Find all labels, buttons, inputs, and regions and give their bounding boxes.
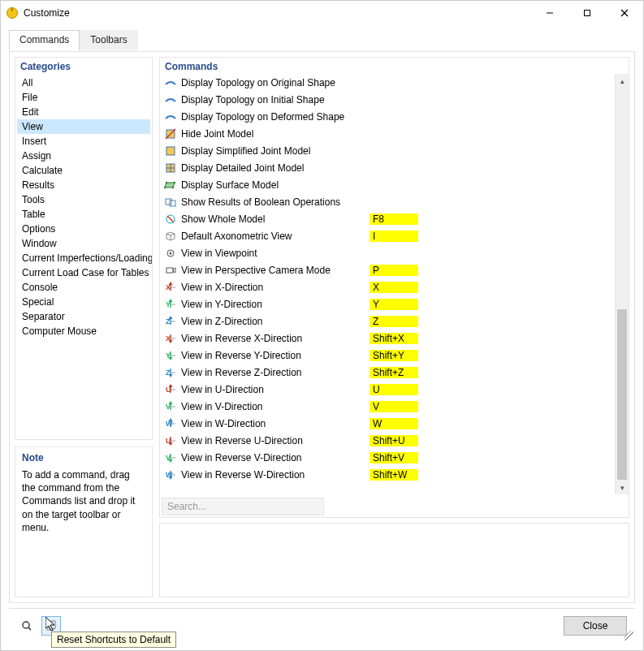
command-row[interactable]: ZView in Z-DirectionZ	[160, 313, 615, 330]
command-label: View in Z-Direction	[181, 316, 370, 327]
command-shortcut: Shift+Z	[370, 367, 418, 378]
command-row[interactable]: Display Topology on Deformed Shape	[160, 108, 615, 125]
surface-icon	[163, 179, 178, 192]
app-icon	[6, 6, 19, 19]
tab-toolbars[interactable]: Toolbars	[80, 30, 137, 50]
command-label: View in X-Direction	[181, 282, 370, 293]
category-item[interactable]: Edit	[17, 105, 150, 119]
joint-detail-icon	[163, 162, 178, 175]
category-item[interactable]: Current Load Case for Tables	[17, 265, 150, 280]
search-row	[160, 494, 629, 517]
command-label: View in Y-Direction	[181, 299, 370, 310]
shape-icon	[163, 93, 178, 106]
command-row[interactable]: YView in Reverse Y-DirectionShift+Y	[160, 347, 615, 364]
command-row[interactable]: VView in Reverse V-DirectionShift+V	[160, 449, 615, 466]
w-dir-icon: W	[163, 417, 178, 430]
command-shortcut: Z	[370, 316, 418, 327]
category-item[interactable]: Assign	[17, 149, 150, 163]
note-title: Note	[22, 452, 145, 463]
w-rev-icon: W	[163, 468, 178, 481]
category-item[interactable]: Separator	[17, 309, 150, 324]
svg-line-72	[28, 627, 31, 630]
command-row[interactable]: View in Viewpoint	[160, 244, 615, 261]
category-item[interactable]: Insert	[17, 134, 150, 149]
command-row[interactable]: Default Axonometric ViewI	[160, 227, 615, 244]
command-label: View in V-Direction	[181, 401, 370, 412]
command-row[interactable]: XView in Reverse X-DirectionShift+X	[160, 330, 615, 347]
command-row[interactable]: Display Simplified Joint Model	[160, 142, 615, 159]
category-item[interactable]: Tools	[17, 192, 150, 207]
command-row[interactable]: Display Topology on Original Shape	[160, 74, 615, 91]
x-dir-icon: X	[163, 281, 178, 294]
v-dir-icon: V	[163, 400, 178, 413]
commands-scrollbar[interactable]: ▴ ▾	[615, 74, 629, 494]
category-item[interactable]: All	[17, 75, 150, 90]
camera-icon	[163, 264, 178, 277]
z-rev-icon: Z	[163, 366, 178, 379]
category-item[interactable]: Special	[17, 295, 150, 309]
resize-grip[interactable]	[624, 631, 633, 640]
svg-rect-17	[170, 200, 175, 206]
categories-panel: Categories AllFileEditViewInsertAssignCa…	[15, 57, 153, 440]
command-row[interactable]: Display Topology on Initial Shape	[160, 91, 615, 108]
command-row[interactable]: YView in Y-DirectionY	[160, 295, 615, 313]
command-row[interactable]: XView in X-DirectionX	[160, 278, 615, 295]
categories-list[interactable]: AllFileEditViewInsertAssignCalculateResu…	[15, 74, 152, 439]
category-item[interactable]: Results	[17, 178, 150, 192]
tab-commands[interactable]: Commands	[9, 30, 80, 50]
scroll-up-arrow[interactable]: ▴	[616, 74, 629, 88]
command-shortcut: P	[370, 265, 418, 276]
command-row[interactable]: WView in W-DirectionW	[160, 415, 615, 432]
right-column: Commands Display Topology on Original Sh…	[159, 57, 629, 597]
scroll-down-arrow[interactable]: ▾	[616, 481, 629, 494]
window-title: Customize	[24, 7, 70, 19]
category-item[interactable]: Options	[17, 222, 150, 236]
category-item[interactable]: Computer Mouse	[17, 324, 150, 338]
command-row[interactable]: Display Surface Model	[160, 176, 615, 193]
category-item[interactable]: Calculate	[17, 163, 150, 178]
commands-scroll-wrap: Display Topology on Original ShapeDispla…	[160, 74, 629, 494]
search-input[interactable]	[162, 498, 324, 515]
command-label: Display Simplified Joint Model	[181, 145, 370, 157]
maximize-button[interactable]	[568, 1, 606, 25]
category-item[interactable]: Current Imperfections/Loading	[17, 251, 150, 265]
command-row[interactable]: UView in U-DirectionU	[160, 381, 615, 398]
command-label: View in Reverse V-Direction	[181, 452, 370, 463]
command-row[interactable]: Show Results of Boolean Operations	[160, 193, 615, 210]
find-shortcut-button[interactable]	[17, 616, 37, 636]
category-item[interactable]: Console	[17, 280, 150, 295]
command-label: Display Surface Model	[181, 179, 370, 191]
command-shortcut: Shift+V	[370, 452, 418, 463]
command-label: Display Detailed Joint Model	[181, 162, 370, 174]
y-dir-icon: Y	[163, 298, 178, 311]
command-label: Show Results of Boolean Operations	[181, 196, 370, 208]
close-window-button[interactable]	[606, 1, 643, 25]
commands-list[interactable]: Display Topology on Original ShapeDispla…	[160, 74, 615, 494]
command-row[interactable]: VView in V-DirectionV	[160, 398, 615, 415]
content-area: Categories AllFileEditViewInsertAssignCa…	[9, 51, 635, 603]
command-label: View in Reverse Z-Direction	[181, 367, 370, 378]
command-row[interactable]: Hide Joint Model	[160, 125, 615, 142]
command-row[interactable]: Show Whole ModelF8	[160, 210, 615, 227]
boolean-icon	[163, 196, 178, 209]
command-label: Default Axonometric View	[181, 231, 370, 242]
category-item[interactable]: View	[17, 119, 150, 134]
command-label: Show Whole Model	[181, 213, 370, 225]
command-shortcut: F8	[370, 213, 418, 225]
command-label: View in Reverse X-Direction	[181, 333, 370, 344]
category-item[interactable]: Window	[17, 236, 150, 251]
joint-simple-icon	[163, 144, 178, 157]
scroll-thumb[interactable]	[617, 309, 627, 480]
category-item[interactable]: File	[17, 90, 150, 105]
joint-hide-icon	[163, 127, 178, 140]
command-row[interactable]: View in Perspective Camera ModeP	[160, 261, 615, 278]
command-row[interactable]: WView in Reverse W-DirectionShift+W	[160, 466, 615, 483]
footer: Close	[9, 608, 635, 642]
command-row[interactable]: ZView in Reverse Z-DirectionShift+Z	[160, 364, 615, 381]
command-row[interactable]: UView in Reverse U-DirectionShift+U	[160, 432, 615, 449]
command-row[interactable]: Display Detailed Joint Model	[160, 159, 615, 176]
close-button[interactable]: Close	[564, 616, 627, 636]
minimize-button[interactable]	[531, 1, 568, 25]
category-item[interactable]: Table	[17, 207, 150, 222]
reset-shortcuts-button[interactable]	[41, 616, 61, 636]
